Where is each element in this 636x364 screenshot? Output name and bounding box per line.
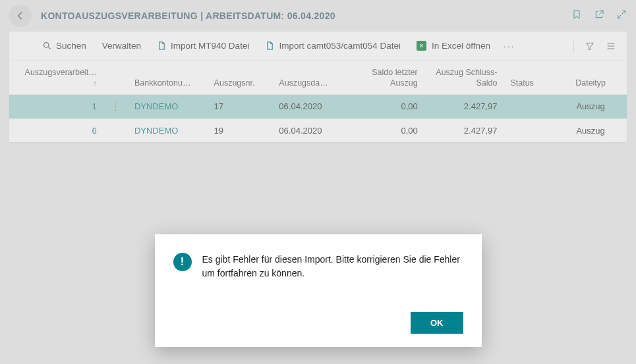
ok-button[interactable]: OK <box>411 312 463 334</box>
alert-icon: ! <box>173 253 192 271</box>
dialog-message: Es gibt Fehler für diesen Import. Bitte … <box>202 253 463 280</box>
error-dialog: ! Es gibt Fehler für diesen Import. Bitt… <box>155 234 482 347</box>
